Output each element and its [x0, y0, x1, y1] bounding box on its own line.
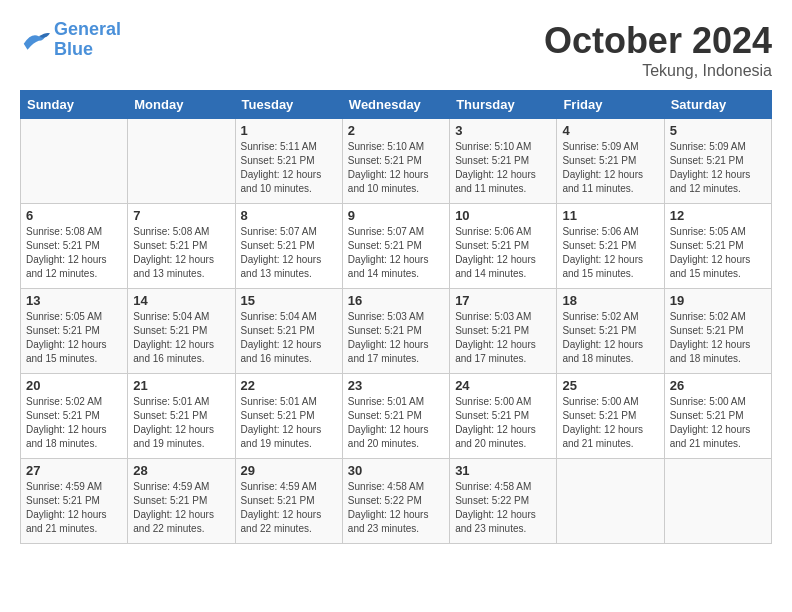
day-number: 13: [26, 293, 122, 308]
day-info: Sunrise: 5:11 AMSunset: 5:21 PMDaylight:…: [241, 140, 337, 196]
cell-week4-day7: 26 Sunrise: 5:00 AMSunset: 5:21 PMDaylig…: [664, 374, 771, 459]
cell-week2-day5: 10 Sunrise: 5:06 AMSunset: 5:21 PMDaylig…: [450, 204, 557, 289]
cell-week3-day7: 19 Sunrise: 5:02 AMSunset: 5:21 PMDaylig…: [664, 289, 771, 374]
logo-icon: [20, 28, 50, 52]
day-info: Sunrise: 5:00 AMSunset: 5:21 PMDaylight:…: [455, 395, 551, 451]
day-info: Sunrise: 5:07 AMSunset: 5:21 PMDaylight:…: [348, 225, 444, 281]
cell-week5-day3: 29 Sunrise: 4:59 AMSunset: 5:21 PMDaylig…: [235, 459, 342, 544]
cell-week4-day2: 21 Sunrise: 5:01 AMSunset: 5:21 PMDaylig…: [128, 374, 235, 459]
day-info: Sunrise: 5:02 AMSunset: 5:21 PMDaylight:…: [26, 395, 122, 451]
day-number: 6: [26, 208, 122, 223]
cell-week3-day2: 14 Sunrise: 5:04 AMSunset: 5:21 PMDaylig…: [128, 289, 235, 374]
cell-week1-day5: 3 Sunrise: 5:10 AMSunset: 5:21 PMDayligh…: [450, 119, 557, 204]
day-info: Sunrise: 5:10 AMSunset: 5:21 PMDaylight:…: [455, 140, 551, 196]
cell-week5-day5: 31 Sunrise: 4:58 AMSunset: 5:22 PMDaylig…: [450, 459, 557, 544]
col-thursday: Thursday: [450, 91, 557, 119]
header-row: Sunday Monday Tuesday Wednesday Thursday…: [21, 91, 772, 119]
week-row-5: 27 Sunrise: 4:59 AMSunset: 5:21 PMDaylig…: [21, 459, 772, 544]
day-info: Sunrise: 5:06 AMSunset: 5:21 PMDaylight:…: [562, 225, 658, 281]
day-number: 15: [241, 293, 337, 308]
cell-week1-day7: 5 Sunrise: 5:09 AMSunset: 5:21 PMDayligh…: [664, 119, 771, 204]
day-number: 10: [455, 208, 551, 223]
day-number: 22: [241, 378, 337, 393]
day-number: 9: [348, 208, 444, 223]
day-number: 19: [670, 293, 766, 308]
logo-general: General: [54, 19, 121, 39]
day-number: 2: [348, 123, 444, 138]
day-number: 3: [455, 123, 551, 138]
day-info: Sunrise: 5:03 AMSunset: 5:21 PMDaylight:…: [455, 310, 551, 366]
cell-week3-day1: 13 Sunrise: 5:05 AMSunset: 5:21 PMDaylig…: [21, 289, 128, 374]
day-info: Sunrise: 5:08 AMSunset: 5:21 PMDaylight:…: [133, 225, 229, 281]
day-number: 26: [670, 378, 766, 393]
day-info: Sunrise: 5:00 AMSunset: 5:21 PMDaylight:…: [670, 395, 766, 451]
cell-week3-day6: 18 Sunrise: 5:02 AMSunset: 5:21 PMDaylig…: [557, 289, 664, 374]
day-number: 18: [562, 293, 658, 308]
cell-week5-day6: [557, 459, 664, 544]
cell-week2-day4: 9 Sunrise: 5:07 AMSunset: 5:21 PMDayligh…: [342, 204, 449, 289]
day-info: Sunrise: 5:02 AMSunset: 5:21 PMDaylight:…: [562, 310, 658, 366]
day-info: Sunrise: 5:01 AMSunset: 5:21 PMDaylight:…: [348, 395, 444, 451]
day-info: Sunrise: 5:00 AMSunset: 5:21 PMDaylight:…: [562, 395, 658, 451]
cell-week1-day3: 1 Sunrise: 5:11 AMSunset: 5:21 PMDayligh…: [235, 119, 342, 204]
cell-week1-day1: [21, 119, 128, 204]
cell-week1-day6: 4 Sunrise: 5:09 AMSunset: 5:21 PMDayligh…: [557, 119, 664, 204]
day-number: 16: [348, 293, 444, 308]
col-sunday: Sunday: [21, 91, 128, 119]
day-number: 29: [241, 463, 337, 478]
day-number: 25: [562, 378, 658, 393]
title-block: October 2024 Tekung, Indonesia: [544, 20, 772, 80]
cell-week2-day2: 7 Sunrise: 5:08 AMSunset: 5:21 PMDayligh…: [128, 204, 235, 289]
calendar-table: Sunday Monday Tuesday Wednesday Thursday…: [20, 90, 772, 544]
day-number: 4: [562, 123, 658, 138]
day-info: Sunrise: 4:59 AMSunset: 5:21 PMDaylight:…: [26, 480, 122, 536]
col-tuesday: Tuesday: [235, 91, 342, 119]
cell-week3-day5: 17 Sunrise: 5:03 AMSunset: 5:21 PMDaylig…: [450, 289, 557, 374]
week-row-2: 6 Sunrise: 5:08 AMSunset: 5:21 PMDayligh…: [21, 204, 772, 289]
day-number: 24: [455, 378, 551, 393]
month-title: October 2024: [544, 20, 772, 62]
day-info: Sunrise: 4:59 AMSunset: 5:21 PMDaylight:…: [241, 480, 337, 536]
day-info: Sunrise: 5:05 AMSunset: 5:21 PMDaylight:…: [26, 310, 122, 366]
col-friday: Friday: [557, 91, 664, 119]
day-number: 11: [562, 208, 658, 223]
day-number: 20: [26, 378, 122, 393]
day-info: Sunrise: 5:06 AMSunset: 5:21 PMDaylight:…: [455, 225, 551, 281]
cell-week2-day1: 6 Sunrise: 5:08 AMSunset: 5:21 PMDayligh…: [21, 204, 128, 289]
cell-week2-day7: 12 Sunrise: 5:05 AMSunset: 5:21 PMDaylig…: [664, 204, 771, 289]
day-info: Sunrise: 5:01 AMSunset: 5:21 PMDaylight:…: [133, 395, 229, 451]
logo-text-block: General Blue: [54, 20, 121, 60]
cell-week1-day2: [128, 119, 235, 204]
day-info: Sunrise: 5:02 AMSunset: 5:21 PMDaylight:…: [670, 310, 766, 366]
cell-week4-day3: 22 Sunrise: 5:01 AMSunset: 5:21 PMDaylig…: [235, 374, 342, 459]
day-info: Sunrise: 5:04 AMSunset: 5:21 PMDaylight:…: [241, 310, 337, 366]
day-number: 23: [348, 378, 444, 393]
cell-week4-day1: 20 Sunrise: 5:02 AMSunset: 5:21 PMDaylig…: [21, 374, 128, 459]
cell-week3-day4: 16 Sunrise: 5:03 AMSunset: 5:21 PMDaylig…: [342, 289, 449, 374]
location: Tekung, Indonesia: [544, 62, 772, 80]
cell-week5-day2: 28 Sunrise: 4:59 AMSunset: 5:21 PMDaylig…: [128, 459, 235, 544]
logo-blue: Blue: [54, 39, 93, 59]
page-header: General Blue October 2024 Tekung, Indone…: [20, 20, 772, 80]
cell-week5-day4: 30 Sunrise: 4:58 AMSunset: 5:22 PMDaylig…: [342, 459, 449, 544]
cell-week4-day6: 25 Sunrise: 5:00 AMSunset: 5:21 PMDaylig…: [557, 374, 664, 459]
day-number: 31: [455, 463, 551, 478]
cell-week4-day5: 24 Sunrise: 5:00 AMSunset: 5:21 PMDaylig…: [450, 374, 557, 459]
cell-week2-day6: 11 Sunrise: 5:06 AMSunset: 5:21 PMDaylig…: [557, 204, 664, 289]
day-number: 14: [133, 293, 229, 308]
day-number: 8: [241, 208, 337, 223]
day-info: Sunrise: 5:10 AMSunset: 5:21 PMDaylight:…: [348, 140, 444, 196]
day-number: 30: [348, 463, 444, 478]
cell-week2-day3: 8 Sunrise: 5:07 AMSunset: 5:21 PMDayligh…: [235, 204, 342, 289]
day-info: Sunrise: 5:09 AMSunset: 5:21 PMDaylight:…: [670, 140, 766, 196]
day-number: 21: [133, 378, 229, 393]
cell-week3-day3: 15 Sunrise: 5:04 AMSunset: 5:21 PMDaylig…: [235, 289, 342, 374]
day-number: 17: [455, 293, 551, 308]
col-wednesday: Wednesday: [342, 91, 449, 119]
week-row-4: 20 Sunrise: 5:02 AMSunset: 5:21 PMDaylig…: [21, 374, 772, 459]
day-number: 28: [133, 463, 229, 478]
day-info: Sunrise: 4:58 AMSunset: 5:22 PMDaylight:…: [455, 480, 551, 536]
day-number: 7: [133, 208, 229, 223]
day-info: Sunrise: 5:04 AMSunset: 5:21 PMDaylight:…: [133, 310, 229, 366]
cell-week4-day4: 23 Sunrise: 5:01 AMSunset: 5:21 PMDaylig…: [342, 374, 449, 459]
